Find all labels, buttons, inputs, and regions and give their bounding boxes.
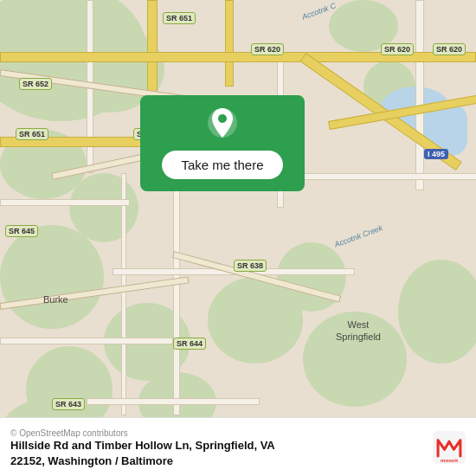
- svg-point-1: [218, 114, 227, 123]
- badge-sr620-far: SR 620: [433, 43, 466, 55]
- address-text: Hillside Rd and Timber Hollow Ln, Spring…: [10, 438, 433, 469]
- green-area-left2: [0, 225, 104, 329]
- info-bar: © OpenStreetMap contributors Hillside Rd…: [0, 417, 476, 476]
- pin-icon: [206, 107, 239, 145]
- svg-text:moovit: moovit: [441, 458, 458, 464]
- badge-sr643: SR 643: [52, 398, 85, 410]
- moovit-logo: moovit: [433, 431, 466, 464]
- app: SR 651 SR 652 SR 620 SR 620 SR 620 SR 65…: [0, 0, 476, 476]
- badge-sr644: SR 644: [173, 338, 206, 350]
- take-me-there-button[interactable]: Take me there: [162, 151, 282, 179]
- address-block: © OpenStreetMap contributors Hillside Rd…: [10, 427, 433, 469]
- green-area-center-left: [69, 173, 138, 242]
- road-h5: [0, 338, 173, 344]
- moovit-icon: moovit: [433, 431, 466, 464]
- address-line1: Hillside Rd and Timber Hollow Ln, Spring…: [10, 439, 275, 452]
- badge-sr652: SR 652: [19, 78, 52, 90]
- label-burke: Burke: [43, 294, 68, 305]
- badge-i495: I 495: [424, 149, 448, 159]
- green-area-far-right: [398, 260, 476, 363]
- road-h3: [0, 199, 130, 206]
- badge-sr638: SR 638: [234, 260, 267, 272]
- address-line2: 22152, Washington / Baltimore: [10, 454, 173, 467]
- copyright-text: © OpenStreetMap contributors: [10, 428, 433, 438]
- badge-sr620-right: SR 620: [381, 43, 414, 55]
- badge-sr620-top: SR 620: [251, 43, 284, 55]
- road-v3: [415, 0, 424, 190]
- road-v2: [225, 0, 234, 87]
- map-container[interactable]: SR 651 SR 652 SR 620 SR 620 SR 620 SR 65…: [0, 0, 476, 417]
- badge-sr645: SR 645: [5, 225, 38, 237]
- badge-sr651-mid: SR 651: [16, 128, 48, 140]
- road-v7: [121, 173, 126, 415]
- label-west-springfield: WestSpringfield: [336, 318, 381, 344]
- badge-sr651-top: SR 651: [163, 12, 196, 24]
- road-h6: [87, 398, 260, 405]
- popup-card: Take me there: [140, 95, 305, 191]
